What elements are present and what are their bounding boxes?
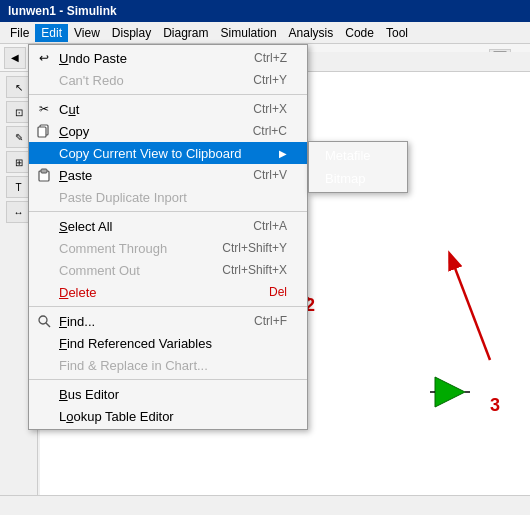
copy-shortcut: Ctrl+C (253, 124, 287, 138)
copy-icon (35, 122, 53, 140)
paste-dup-label: Paste Duplicate Inport (59, 190, 287, 205)
delete-icon (35, 283, 53, 301)
find-label: Find... (59, 314, 234, 329)
menu-item-bus-editor[interactable]: Bus Editor (29, 383, 307, 405)
comment-out-label: Comment Out (59, 263, 202, 278)
titlebar: lunwen1 - Simulink (0, 0, 530, 22)
menu-item-find-replace: Find & Replace in Chart... (29, 354, 307, 376)
menu-item-copy-view[interactable]: Copy Current View to Clipboard ▶ Metafil… (29, 142, 307, 164)
menu-display[interactable]: Display (106, 24, 157, 42)
undo-shortcut: Ctrl+Z (254, 51, 287, 65)
copy-view-label: Copy Current View to Clipboard (59, 146, 275, 161)
sep-2 (29, 211, 307, 212)
comment-out-icon (35, 261, 53, 279)
menu-tool[interactable]: Tool (380, 24, 414, 42)
sep-3 (29, 306, 307, 307)
submenu-arrow: ▶ (279, 148, 287, 159)
copy-label: Copy (59, 124, 233, 139)
svg-line-10 (46, 323, 50, 327)
simulink-window: lunwen1 - Simulink File Edit View Displa… (0, 0, 530, 515)
toolbar-btn-1[interactable]: ◀ (4, 47, 26, 69)
menu-file[interactable]: File (4, 24, 35, 42)
menu-item-lookup-editor[interactable]: Lookup Table Editor (29, 405, 307, 427)
redo-icon (35, 71, 53, 89)
menu-item-comment-through: Comment Through Ctrl+Shift+Y (29, 237, 307, 259)
menu-item-paste-dup: Paste Duplicate Inport (29, 186, 307, 208)
submenu-metafile[interactable]: Metafile (309, 144, 407, 167)
find-shortcut: Ctrl+F (254, 314, 287, 328)
copy-view-submenu: Metafile Bitmap (308, 141, 408, 193)
comment-through-shortcut: Ctrl+Shift+Y (222, 241, 287, 255)
title-text: lunwen1 - Simulink (8, 4, 117, 18)
menu-item-delete[interactable]: Delete Del (29, 281, 307, 303)
delete-shortcut: Del (269, 285, 287, 299)
find-icon (35, 312, 53, 330)
menu-item-copy[interactable]: Copy Ctrl+C (29, 120, 307, 142)
menu-diagram[interactable]: Diagram (157, 24, 214, 42)
comment-through-icon (35, 239, 53, 257)
submenu-bitmap[interactable]: Bitmap (309, 167, 407, 190)
find-replace-label: Find & Replace in Chart... (59, 358, 287, 373)
menu-simulation[interactable]: Simulation (215, 24, 283, 42)
bus-editor-icon (35, 385, 53, 403)
menu-item-select-all[interactable]: Select All Ctrl+A (29, 215, 307, 237)
redo-label: Can't Redo (59, 73, 233, 88)
copy-view-icon (35, 144, 53, 162)
menu-analysis[interactable]: Analysis (283, 24, 340, 42)
cut-shortcut: Ctrl+X (253, 102, 287, 116)
edit-menu: ↩ Undo Paste Ctrl+Z Can't Redo Ctrl+Y ✂ … (28, 44, 308, 430)
menu-edit[interactable]: Edit (35, 24, 68, 42)
menu-item-find-ref[interactable]: Find Referenced Variables (29, 332, 307, 354)
select-all-shortcut: Ctrl+A (253, 219, 287, 233)
paste-label: Paste (59, 168, 233, 183)
menu-item-redo: Can't Redo Ctrl+Y (29, 69, 307, 91)
menu-item-find[interactable]: Find... Ctrl+F (29, 310, 307, 332)
menu-item-cut[interactable]: ✂ Cut Ctrl+X (29, 98, 307, 120)
svg-rect-8 (41, 169, 47, 173)
paste-shortcut: Ctrl+V (253, 168, 287, 182)
statusbar (0, 495, 530, 515)
redo-shortcut: Ctrl+Y (253, 73, 287, 87)
lookup-editor-icon (35, 407, 53, 425)
edit-menu-dropdown: ↩ Undo Paste Ctrl+Z Can't Redo Ctrl+Y ✂ … (28, 44, 308, 430)
find-ref-label: Find Referenced Variables (59, 336, 287, 351)
svg-rect-6 (38, 127, 46, 137)
lookup-editor-label: Lookup Table Editor (59, 409, 287, 424)
find-replace-icon (35, 356, 53, 374)
svg-marker-2 (435, 377, 465, 407)
paste-icon (35, 166, 53, 184)
svg-point-9 (39, 316, 47, 324)
cut-icon: ✂ (35, 100, 53, 118)
menu-item-paste[interactable]: Paste Ctrl+V (29, 164, 307, 186)
cut-label: Cut (59, 102, 233, 117)
menu-item-undo[interactable]: ↩ Undo Paste Ctrl+Z (29, 47, 307, 69)
find-ref-icon (35, 334, 53, 352)
sep-1 (29, 94, 307, 95)
menu-item-comment-out: Comment Out Ctrl+Shift+X (29, 259, 307, 281)
comment-out-shortcut: Ctrl+Shift+X (222, 263, 287, 277)
comment-through-label: Comment Through (59, 241, 202, 256)
undo-icon: ↩ (35, 49, 53, 67)
menu-code[interactable]: Code (339, 24, 380, 42)
sep-4 (29, 379, 307, 380)
simulink-block (430, 372, 470, 415)
menu-view[interactable]: View (68, 24, 106, 42)
select-all-label: Select All (59, 219, 233, 234)
delete-label: Delete (59, 285, 249, 300)
menubar: File Edit View Display Diagram Simulatio… (0, 22, 530, 44)
select-all-icon (35, 217, 53, 235)
bus-editor-label: Bus Editor (59, 387, 287, 402)
paste-dup-icon (35, 188, 53, 206)
undo-label: Undo Paste (59, 51, 234, 66)
